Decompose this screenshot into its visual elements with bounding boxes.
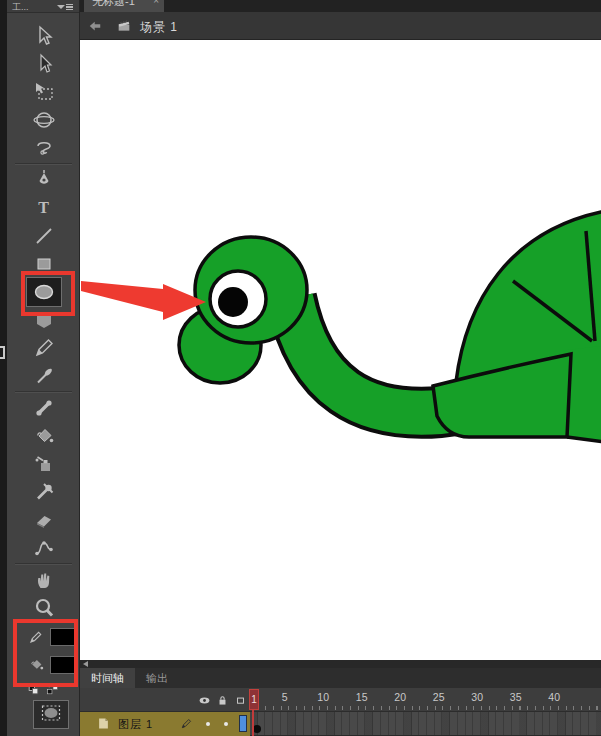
deco-tool[interactable] (7, 534, 80, 562)
tab-output[interactable]: 输出 (135, 668, 179, 688)
ruler-frame-number[interactable]: 10 (317, 691, 329, 703)
object-drawing-toggle[interactable] (33, 700, 69, 729)
layer-lock-dot[interactable] (224, 722, 228, 726)
close-icon[interactable]: × (153, 0, 159, 6)
tools-list: T (7, 22, 80, 622)
layer-name: 图层 1 (118, 717, 153, 732)
ruler-ticks (250, 706, 601, 710)
ruler-frame-number[interactable]: 40 (548, 691, 560, 703)
object-drawing-icon (39, 701, 63, 729)
highlight-box-color-swatches (13, 619, 78, 687)
outline-icon[interactable] (234, 693, 247, 711)
ruler-frame-number[interactable]: 15 (356, 691, 368, 703)
turtle-pupil (218, 287, 248, 317)
3d-rotation-tool[interactable] (7, 106, 80, 134)
layer-visibility-dot[interactable] (206, 722, 210, 726)
panel-menu-icon[interactable] (57, 3, 73, 11)
eye-icon[interactable] (198, 693, 211, 711)
layer-frames-strip[interactable] (250, 712, 601, 736)
ruler-frame-number[interactable]: 35 (510, 691, 522, 703)
lock-icon[interactable] (216, 693, 229, 711)
tools-panel-title: 工... (12, 1, 29, 14)
highlight-box-oval-tool (21, 271, 75, 316)
flash-application-window: 工... T 无标题-1 × 场景 1 (0, 0, 601, 736)
layer-page-icon (96, 716, 111, 735)
layer-outline-color-swatch[interactable] (239, 715, 247, 732)
frame-ruler[interactable]: 1 510152025303540 (250, 688, 601, 712)
timeline-panel: 时间轴 输出 1 510152025303540 图层 1 (80, 660, 601, 736)
layer-name-cell[interactable]: 图层 1 (80, 712, 250, 736)
annotation-arrow (81, 281, 206, 320)
layer-row[interactable]: 图层 1 (80, 712, 601, 736)
ruler-frame-number[interactable]: 30 (471, 691, 483, 703)
hand-tool[interactable] (7, 566, 80, 594)
background-window-glyph (0, 346, 5, 359)
timeline-top-strip (80, 660, 601, 668)
eyedropper-tool[interactable] (7, 478, 80, 506)
tab-timeline[interactable]: 时间轴 (80, 668, 135, 688)
pen-tool[interactable] (7, 166, 80, 194)
scene-breadcrumb[interactable]: 场景 1 (140, 19, 178, 36)
ruler-frame-number[interactable]: 25 (433, 691, 445, 703)
pencil-tool[interactable] (7, 334, 80, 362)
ink-bottle-tool[interactable] (7, 450, 80, 478)
back-arrow-icon[interactable] (88, 19, 102, 37)
tools-divider (15, 391, 72, 393)
subselection-tool[interactable] (7, 50, 80, 78)
free-transform-tool[interactable] (7, 78, 80, 106)
tools-panel-header[interactable]: 工... (7, 0, 79, 13)
selection-tool[interactable] (7, 22, 80, 50)
scene-clapperboard-icon (116, 18, 132, 38)
zoom-tool[interactable] (7, 594, 80, 622)
paint-bucket-tool[interactable] (7, 422, 80, 450)
layer-editing-pencil-icon (180, 716, 194, 734)
text-tool[interactable]: T (7, 194, 80, 222)
keyframe-dot[interactable] (253, 725, 261, 733)
stage-canvas[interactable] (80, 40, 601, 660)
lasso-tool[interactable] (7, 134, 80, 162)
playhead-line[interactable] (252, 710, 254, 736)
tools-divider (15, 563, 72, 565)
document-tab[interactable]: 无标题-1 × (84, 0, 164, 12)
ruler-frame-number[interactable]: 5 (282, 691, 288, 703)
background-window-edge (0, 0, 7, 736)
collapse-left-icon[interactable] (83, 661, 88, 667)
timeline-tabs: 时间轴 输出 (80, 668, 601, 688)
tools-divider (15, 163, 72, 165)
document-tab-title: 无标题-1 (92, 0, 135, 9)
eraser-tool[interactable] (7, 506, 80, 534)
brush-tool[interactable] (7, 362, 80, 390)
document-tab-strip: 无标题-1 × (80, 0, 601, 12)
layer-column-icons (198, 693, 250, 711)
ruler-frame-number[interactable]: 20 (394, 691, 406, 703)
bone-tool[interactable] (7, 394, 80, 422)
line-tool[interactable] (7, 222, 80, 250)
playhead[interactable]: 1 (249, 689, 259, 710)
timeline-ruler-row: 1 510152025303540 (80, 688, 601, 712)
turtle-drawing (80, 40, 601, 660)
edit-bar: 场景 1 (80, 12, 601, 40)
